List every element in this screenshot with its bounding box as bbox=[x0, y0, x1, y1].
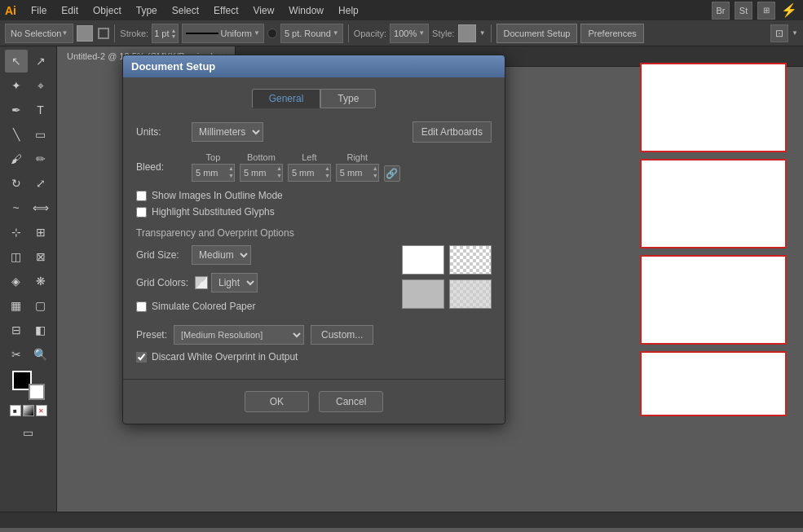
edit-artboards-button[interactable]: Edit Artboards bbox=[413, 121, 492, 143]
none-btn[interactable]: ✕ bbox=[36, 405, 47, 416]
paintbrush-tool[interactable]: 🖌 bbox=[5, 147, 28, 170]
style-arrow: ▼ bbox=[479, 29, 486, 37]
grid-colors-select[interactable]: Light bbox=[211, 273, 258, 292]
main-area: ↖ ↗ ✦ ⌖ ✒ T ╲ ▭ 🖌 ✏ ↻ ⤢ ~ ⟺ ⊹ ⊞ bbox=[0, 46, 803, 512]
custom-button[interactable]: Custom... bbox=[311, 325, 373, 345]
type-tool[interactable]: T bbox=[29, 99, 52, 121]
stroke-style-dropdown[interactable]: Uniform ▼ bbox=[182, 24, 263, 43]
artboards-container bbox=[640, 63, 787, 416]
bleed-bottom-arrows[interactable]: ▲▼ bbox=[276, 165, 282, 180]
bleed-top-value[interactable] bbox=[192, 168, 228, 178]
artboard-1 bbox=[640, 63, 787, 152]
preferences-button[interactable]: Preferences bbox=[580, 24, 643, 43]
solid-color-btn[interactable]: ■ bbox=[10, 405, 21, 416]
symbol-tool[interactable]: ❋ bbox=[29, 270, 52, 292]
pen-tool[interactable]: ✒ bbox=[5, 99, 28, 121]
blend-tool[interactable]: ◈ bbox=[5, 270, 28, 292]
pencil-tool[interactable]: ✏ bbox=[29, 147, 52, 170]
magic-wand-tool[interactable]: ✦ bbox=[5, 74, 28, 97]
dialog-title: Document Setup bbox=[131, 60, 215, 73]
menu-type[interactable]: Type bbox=[130, 3, 164, 18]
width-tool[interactable]: ⟺ bbox=[29, 196, 52, 219]
eraser-tool[interactable]: ◧ bbox=[29, 319, 52, 341]
highlight-glyphs-checkbox[interactable] bbox=[136, 207, 147, 218]
bleed-right-input[interactable]: ▲▼ bbox=[336, 164, 379, 182]
grid-icon[interactable]: ⊞ bbox=[757, 2, 775, 20]
bleed-bottom-input[interactable]: ▲▼ bbox=[240, 164, 283, 182]
menu-object[interactable]: Object bbox=[86, 3, 128, 18]
discard-overprint-checkbox[interactable] bbox=[136, 352, 147, 363]
arrange-icon[interactable]: ⊡ bbox=[770, 24, 788, 42]
preset-select[interactable]: [Medium Resolution] bbox=[174, 325, 304, 345]
rotate-tool[interactable]: ↻ bbox=[5, 172, 28, 195]
simulate-paper-checkbox[interactable] bbox=[136, 301, 147, 312]
stroke-box[interactable] bbox=[29, 384, 45, 400]
warp-tool[interactable]: ~ bbox=[5, 196, 28, 219]
show-images-checkbox[interactable] bbox=[136, 191, 147, 201]
cancel-button[interactable]: Cancel bbox=[319, 391, 383, 412]
units-select[interactable]: Millimeters bbox=[192, 122, 263, 142]
br-icon[interactable]: Br bbox=[712, 2, 730, 20]
grid-size-select[interactable]: Medium bbox=[192, 245, 251, 265]
tab-general[interactable]: General bbox=[252, 89, 321, 108]
scissors-tool[interactable]: ✂ bbox=[5, 343, 28, 366]
scale-tool[interactable]: ⤢ bbox=[29, 172, 52, 195]
brush-size-dropdown[interactable]: 5 pt. Round ▼ bbox=[280, 24, 343, 43]
bleed-right-value[interactable] bbox=[337, 168, 373, 178]
free-transform-tool[interactable]: ⊹ bbox=[5, 221, 28, 244]
gradient-btn[interactable] bbox=[23, 405, 34, 416]
direct-select-tool[interactable]: ↗ bbox=[29, 50, 52, 73]
units-left: Units: Millimeters bbox=[136, 122, 263, 142]
menu-effect[interactable]: Effect bbox=[207, 3, 245, 18]
shape-builder-tool[interactable]: ⊞ bbox=[29, 221, 52, 244]
artboard-tool[interactable]: ▢ bbox=[29, 294, 52, 317]
menu-edit[interactable]: Edit bbox=[55, 3, 85, 18]
bleed-left-value[interactable] bbox=[289, 168, 324, 178]
opacity-input[interactable]: 100% ▼ bbox=[390, 24, 429, 43]
bleed-section: Bleed: Top ▲▼ Botto bbox=[136, 152, 492, 182]
rect-tool[interactable]: ▭ bbox=[29, 123, 52, 146]
canvas-area[interactable]: Untitled-2 @ 12.5% (CMYK/Preview) ✕ Docu… bbox=[57, 46, 803, 512]
stroke-weight-arrows[interactable]: ▲▼ bbox=[171, 28, 177, 39]
bleed-link-btn[interactable]: 🔗 bbox=[384, 165, 400, 182]
discard-overprint-row: Discard White Overprint in Output bbox=[136, 351, 492, 363]
menu-help[interactable]: Help bbox=[332, 3, 365, 18]
slice-tool[interactable]: ⊟ bbox=[5, 319, 28, 341]
artboard-3 bbox=[640, 255, 787, 345]
menu-file[interactable]: File bbox=[24, 3, 53, 18]
bleed-right-arrows[interactable]: ▲▼ bbox=[373, 165, 378, 180]
opacity-arrow: ▼ bbox=[418, 29, 425, 37]
style-swatch[interactable] bbox=[458, 24, 476, 42]
document-setup-button[interactable]: Document Setup bbox=[496, 24, 578, 43]
bleed-left-input[interactable]: ▲▼ bbox=[288, 164, 331, 182]
bleed-left-arrows[interactable]: ▲▼ bbox=[324, 165, 330, 180]
bleed-top-arrows[interactable]: ▲▼ bbox=[228, 165, 234, 180]
arrange-arrow: ▼ bbox=[792, 29, 798, 37]
stroke-weight-input[interactable]: 1 pt ▲▼ bbox=[152, 24, 179, 43]
bleed-top-input[interactable]: ▲▼ bbox=[192, 164, 235, 182]
lasso-tool[interactable]: ⌖ bbox=[29, 74, 52, 97]
select-tool[interactable]: ↖ bbox=[5, 50, 28, 73]
st-icon[interactable]: St bbox=[735, 2, 752, 20]
simulate-paper-row: Simulate Colored Paper bbox=[136, 301, 392, 312]
tab-type[interactable]: Type bbox=[320, 89, 376, 108]
fill-swatch[interactable] bbox=[77, 25, 93, 42]
brush-size-value: 5 pt. Round bbox=[285, 29, 331, 38]
grid-colors-control: Light bbox=[195, 273, 258, 292]
dialog-tabs: General Type bbox=[136, 89, 492, 108]
change-screen-mode-btn[interactable]: ▭ bbox=[14, 421, 43, 444]
stroke-swatch[interactable] bbox=[98, 28, 109, 39]
divider-1 bbox=[114, 24, 115, 42]
bleed-left-label: Left bbox=[302, 152, 316, 162]
line-tool[interactable]: ╲ bbox=[5, 123, 28, 146]
mesh-tool[interactable]: ⊠ bbox=[29, 245, 52, 268]
column-graph-tool[interactable]: ▦ bbox=[5, 294, 28, 317]
ok-button[interactable]: OK bbox=[245, 391, 309, 412]
bleed-bottom-value[interactable] bbox=[240, 168, 276, 178]
grid-colors-row: Grid Colors: Light bbox=[136, 273, 392, 292]
gradient-tool[interactable]: ◫ bbox=[5, 245, 28, 268]
zoom-tool[interactable]: 🔍 bbox=[29, 343, 52, 366]
menu-view[interactable]: View bbox=[247, 3, 281, 18]
menu-select[interactable]: Select bbox=[165, 3, 205, 18]
menu-window[interactable]: Window bbox=[282, 3, 330, 18]
